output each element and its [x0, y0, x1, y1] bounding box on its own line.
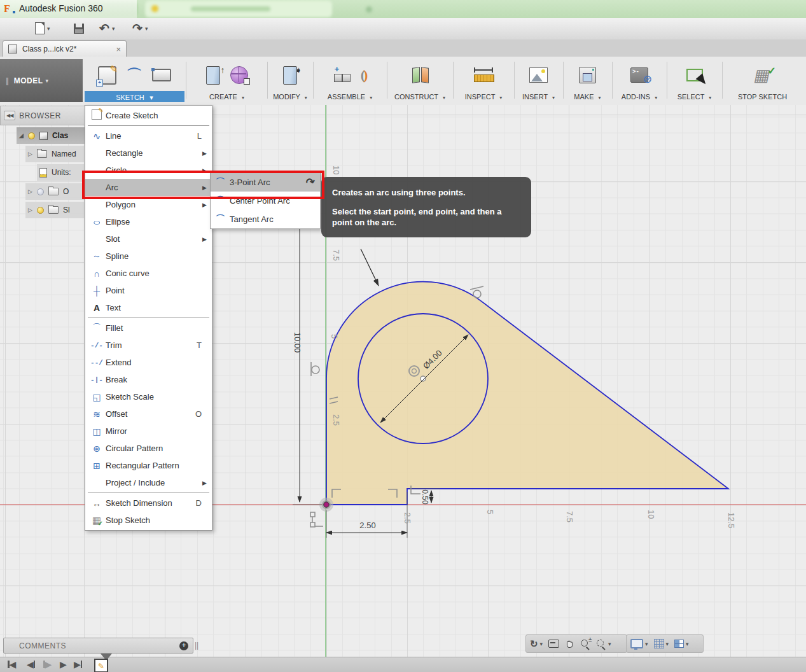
menu-item-project-include[interactable]: Project / Include ▶	[85, 474, 212, 491]
create-sketch-icon[interactable]: ✎+	[98, 66, 116, 85]
undo-button[interactable]: ↶ ▾	[99, 20, 115, 36]
menu-item-sketch-dimension[interactable]: ↔ Sketch Dimension D	[85, 494, 212, 512]
timeline-skip-end-button[interactable]: ▶	[74, 659, 82, 669]
submenu-item-tangent-arc[interactable]: ⌒ Tangent Arc	[211, 210, 320, 228]
dim-height-label[interactable]: 10.00	[293, 332, 302, 353]
viewports-button[interactable]: ▾	[674, 640, 689, 648]
ribbon-group-modify[interactable]: ➧ MODIFY ▾	[268, 59, 312, 102]
origin-point[interactable]	[324, 502, 329, 507]
menu-item-rectangular-pattern[interactable]: ⊞ Rectangular Pattern	[85, 457, 212, 474]
visibility-bulb-icon[interactable]	[28, 132, 35, 139]
scripts-addins-icon[interactable]: >-⊛	[630, 67, 648, 83]
menu-item-circle[interactable]: Circle ▶	[85, 162, 212, 179]
ribbon-group-addins[interactable]: >-⊛ ADD-INS ▾	[613, 59, 665, 102]
ribbon-group-insert[interactable]: INSERT ▾	[515, 59, 562, 102]
expander-icon[interactable]: ◢	[19, 132, 24, 139]
menu-item-slot[interactable]: Slot ▶	[85, 230, 212, 248]
menu-item-trim[interactable]: -/- Trim T	[85, 337, 212, 354]
grid-settings-button[interactable]: ▾	[654, 639, 669, 648]
3d-print-icon[interactable]	[579, 67, 596, 83]
ribbon-group-assemble[interactable]: + () ASSEMBLE ▾	[314, 59, 386, 102]
ribbon-group-create[interactable]: ↑ CREATE ▾	[188, 59, 266, 102]
zoom-button[interactable]: ±	[580, 639, 590, 649]
pan-button[interactable]	[565, 639, 574, 648]
form-icon[interactable]	[230, 66, 248, 84]
redo-button[interactable]: ↷ ▾	[132, 20, 148, 36]
workspace-selector[interactable]: || MODEL ▾	[0, 59, 83, 102]
app-launcher-button[interactable]	[9, 20, 20, 36]
timeline-step-forward-button[interactable]: ▶	[43, 659, 52, 669]
menu-item-text[interactable]: A Text	[85, 299, 212, 316]
close-icon[interactable]: ×	[116, 45, 121, 54]
menu-item-rectangle[interactable]: Rectangle ▶	[85, 144, 212, 162]
menu-item-ellipse[interactable]: ○ Ellipse	[85, 213, 212, 230]
expander-icon[interactable]: ▷	[28, 151, 32, 157]
press-pull-icon[interactable]: ➧	[283, 66, 297, 85]
timeline-step-back-button[interactable]: ◀	[27, 659, 35, 669]
file-menu-button[interactable]: ▾	[35, 20, 50, 36]
menu-item-point[interactable]: ┼ Point	[85, 282, 212, 299]
menu-item-create-sketch[interactable]: ✎ Create Sketch	[85, 107, 212, 124]
ribbon-group-make[interactable]: MAKE ▾	[564, 59, 611, 102]
timeline-sketch-feature[interactable]: ✎	[94, 659, 108, 672]
collapse-browser-button[interactable]: ◀◀	[4, 111, 15, 120]
menu-item-extend[interactable]: --/ Extend	[85, 354, 212, 371]
menu-item-circular-pattern[interactable]: ⊛ Circular Pattern	[85, 440, 212, 457]
sketch-profile[interactable]	[326, 282, 728, 505]
measure-icon[interactable]	[474, 67, 493, 83]
ribbon-group-inspect[interactable]: INSPECT ▾	[454, 59, 513, 102]
ribbon-group-construct[interactable]: CONSTRUCT ▾	[388, 59, 452, 102]
curved-arrow-icon: ↷	[305, 175, 316, 190]
tooltip-text: Creates an arc using three points.	[332, 188, 520, 198]
dim-step-label[interactable]: 0.50	[420, 489, 429, 505]
menu-item-polygon[interactable]: Polygon ▶	[85, 196, 212, 213]
insert-image-icon[interactable]	[529, 67, 548, 83]
save-button[interactable]	[74, 20, 84, 36]
menu-item-spline[interactable]: ～ Spline	[85, 248, 212, 265]
browser-item-named-views[interactable]: ▷ Named	[25, 146, 88, 162]
stop-sketch-button[interactable]: ▦✓ STOP SKETCH	[723, 59, 802, 102]
extrude-icon[interactable]: ↑	[206, 66, 220, 85]
ribbon-group-sketch[interactable]: ✎+ ⌒ SKETCH ▾	[85, 59, 184, 102]
construction-plane-icon[interactable]	[411, 67, 429, 83]
submenu-item-3-point-arc[interactable]: ⌒ 3-Point Arc ↷	[211, 173, 320, 192]
new-component-icon[interactable]: +	[334, 67, 351, 83]
menu-item-sketch-scale[interactable]: ◱ Sketch Scale	[85, 388, 212, 405]
look-at-button[interactable]	[548, 640, 559, 648]
expander-icon[interactable]: ▷	[28, 207, 32, 213]
visibility-bulb-icon[interactable]	[37, 188, 44, 195]
dim-width-label[interactable]: 2.50	[359, 521, 375, 530]
joint-icon[interactable]: ()	[361, 67, 366, 83]
expander-icon[interactable]: ▷	[28, 188, 32, 195]
menu-item-fillet[interactable]: ⌒ Fillet	[85, 319, 212, 337]
fit-zoom-button[interactable]: ▾	[596, 639, 611, 649]
add-comment-icon[interactable]: +	[179, 641, 188, 650]
sketch-rectangle-icon[interactable]	[152, 69, 171, 81]
comments-bar[interactable]: COMMENTS +	[3, 638, 193, 654]
browser-item-origin[interactable]: ▷ O	[25, 183, 88, 200]
browser-item-root[interactable]: ◢ Clas	[17, 127, 88, 144]
timeline-play-button[interactable]: ▶	[60, 659, 67, 669]
sketch-arc-icon[interactable]: ⌒	[127, 65, 142, 85]
center-point-arc-icon: ⌒	[216, 195, 230, 207]
menu-item-line[interactable]: ∿ Line L	[85, 127, 212, 144]
menu-item-mirror[interactable]: ◫ Mirror	[85, 423, 212, 440]
circle-center-point[interactable]	[420, 376, 426, 381]
menu-item-conic-curve[interactable]: ∩ Conic curve	[85, 265, 212, 282]
ribbon-group-select[interactable]: SELECT ▾	[668, 59, 721, 102]
orbit-button[interactable]: ↻▾	[530, 639, 543, 648]
tab-sketch[interactable]: SKETCH ▾	[85, 91, 184, 102]
document-tab[interactable]: Class p...ick v2* ×	[3, 40, 127, 57]
menu-item-offset[interactable]: ≋ Offset O	[85, 405, 212, 423]
select-cursor-icon[interactable]	[686, 69, 703, 81]
browser-item-sketches[interactable]: ▷ Sl	[25, 202, 88, 218]
display-settings-button[interactable]: ▾	[630, 639, 648, 648]
visibility-bulb-icon[interactable]	[37, 207, 44, 214]
menu-item-break[interactable]: -|- Break	[85, 371, 212, 388]
menu-item-arc[interactable]: Arc ▶	[85, 179, 212, 196]
menu-separator	[88, 493, 209, 493]
submenu-item-center-point-arc[interactable]: ⌒ Center Point Arc	[211, 192, 320, 210]
timeline-skip-start-button[interactable]: ◀	[8, 659, 16, 669]
browser-item-units[interactable]: Units:	[37, 164, 88, 181]
menu-item-stop-sketch[interactable]: ▦✓ Stop Sketch	[85, 512, 212, 529]
